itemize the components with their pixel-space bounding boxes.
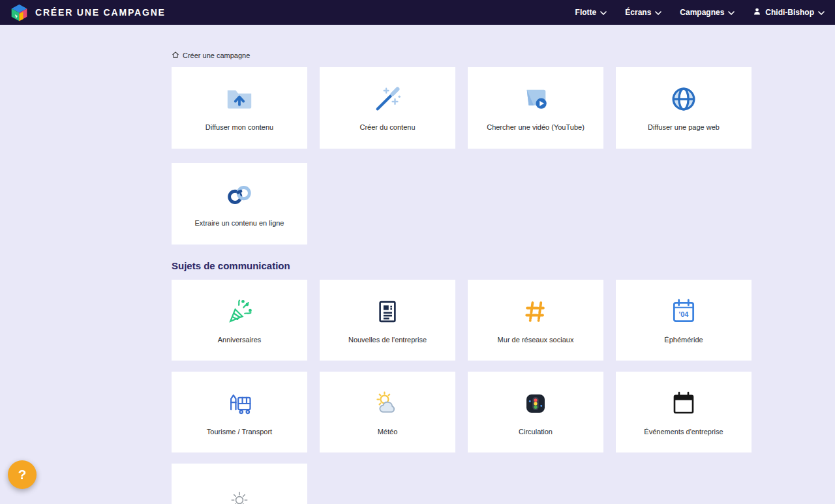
card-label: Extraire un contenu en ligne — [189, 219, 291, 228]
magic-wand-icon — [372, 83, 402, 115]
card-label: Éphéméride — [658, 336, 709, 345]
card-tourisme-transport[interactable]: Tourisme / Transport — [172, 372, 307, 452]
card-anniversaires[interactable]: Anniversaires — [172, 280, 307, 361]
card-label: Météo — [371, 428, 404, 437]
top-bar: CRÉER UNE CAMPAGNE Flotte Écrans Campagn… — [0, 0, 835, 25]
card-meteo[interactable]: Météo — [320, 372, 455, 452]
nav-item-flotte[interactable]: Flotte — [575, 8, 607, 17]
breadcrumb[interactable]: Créer une campagne — [172, 51, 752, 60]
weather-icon — [373, 388, 402, 419]
nav-item-ecrans[interactable]: Écrans — [625, 8, 661, 17]
home-icon — [172, 51, 179, 60]
chevron-down-icon — [655, 11, 661, 15]
upload-folder-icon — [224, 83, 254, 115]
card-circulation[interactable]: Circulation — [468, 372, 603, 452]
card-nouvelles-entreprise[interactable]: Nouvelles de l'entreprise — [320, 280, 455, 361]
page-title: CRÉER UNE CAMPAGNE — [35, 7, 166, 18]
card-label: Circulation — [512, 428, 559, 437]
calendar-icon — [670, 388, 697, 419]
topics-card-grid: Anniversaires Nouvelles de l'entreprise — [172, 280, 752, 504]
help-button[interactable]: ? — [8, 460, 37, 489]
card-mur-reseaux-sociaux[interactable]: Mur de réseaux sociaux — [468, 280, 603, 361]
card-label: Diffuser mon contenu — [199, 123, 280, 132]
nav-item-campagnes[interactable]: Campagnes — [680, 8, 735, 17]
traffic-light-icon — [522, 388, 549, 419]
card-creer-du-contenu[interactable]: Créer du contenu — [320, 67, 455, 149]
card-extraire-contenu-en-ligne[interactable]: Extraire un contenu en ligne — [172, 163, 307, 245]
card-diffuser-page-web[interactable]: Diffuser une page web — [616, 67, 752, 149]
card-label: Anniversaires — [211, 336, 268, 345]
calendar-date-icon: '04 — [669, 296, 698, 327]
card-label: Diffuser une page web — [641, 123, 726, 132]
card-diffuser-mon-contenu[interactable]: Diffuser mon contenu — [172, 67, 307, 149]
card-ephemeride[interactable]: '04 Éphéméride — [616, 280, 752, 361]
chevron-down-icon — [818, 11, 825, 15]
creation-card-grid: Diffuser mon contenu Créer du contenu — [172, 67, 752, 245]
breadcrumb-label: Créer une campagne — [183, 52, 250, 59]
transport-icon — [225, 388, 254, 419]
party-popper-icon — [225, 296, 254, 327]
card-evenements-entreprise[interactable]: Événements d'entreprise — [616, 372, 752, 452]
card-label: Créer du contenu — [354, 123, 422, 132]
user-icon — [753, 7, 761, 18]
main-content: Créer une campagne Diffuser mon contenu — [0, 25, 752, 504]
card-label: Événements d'entreprise — [637, 428, 729, 437]
card-label: Nouvelles de l'entreprise — [342, 336, 433, 345]
card-chercher-video-youtube[interactable]: Chercher une vidéo (YouTube) — [468, 67, 603, 149]
chain-link-icon — [224, 179, 254, 211]
video-play-icon — [521, 83, 551, 115]
gear-icon — [226, 484, 252, 504]
user-menu[interactable]: Chidi-Bishop — [753, 7, 825, 18]
newspaper-icon — [374, 296, 401, 327]
main-nav: Flotte Écrans Campagnes Chidi-Bishop — [575, 7, 825, 18]
chevron-down-icon — [728, 11, 735, 15]
section-title-sujets: Sujets de communication — [172, 260, 752, 271]
card-partial[interactable] — [172, 464, 307, 504]
card-label: Chercher une vidéo (YouTube) — [480, 123, 591, 132]
app-logo-icon — [10, 4, 28, 22]
globe-icon — [669, 83, 699, 115]
card-label: Mur de réseaux sociaux — [491, 336, 581, 345]
card-label: Tourisme / Transport — [200, 428, 279, 437]
hashtag-icon — [521, 296, 550, 327]
chevron-down-icon — [600, 11, 607, 15]
svg-text:'04: '04 — [679, 310, 690, 318]
